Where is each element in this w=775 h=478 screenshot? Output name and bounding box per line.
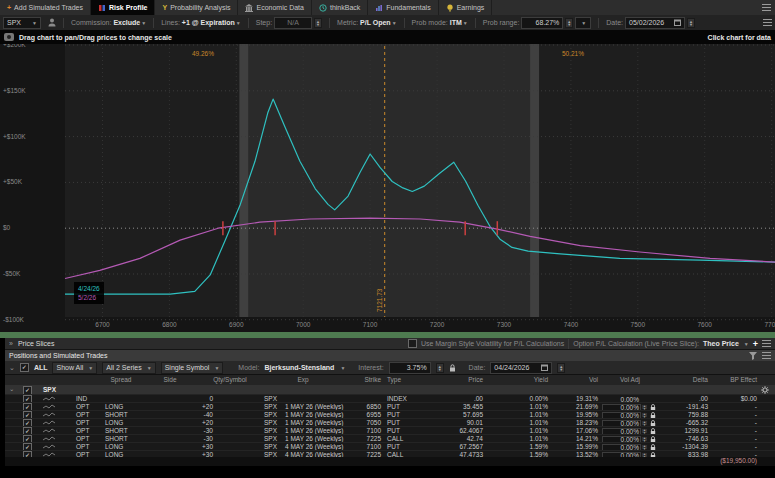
table-summary-row: ($19,950.00) (5, 457, 775, 466)
tab-probability-analysis[interactable]: Y Probability Analysis (155, 0, 238, 15)
svg-text:+$50K: +$50K (3, 178, 23, 185)
menu-icon[interactable] (763, 19, 772, 26)
symbol-input[interactable]: SPX ▼ (3, 17, 41, 29)
svg-text:7100: 7100 (363, 321, 378, 328)
tab-label: Add Simulated Trades (14, 4, 83, 11)
margin-volatility-checkbox[interactable] (408, 339, 417, 348)
chevron-down-icon: ▼ (392, 20, 397, 26)
gear-icon[interactable] (761, 386, 769, 394)
svg-text:7400: 7400 (564, 321, 579, 328)
header-price[interactable]: Price (423, 375, 483, 385)
show-all-dropdown[interactable]: Show All▼ (52, 362, 97, 374)
svg-text:49.26%: 49.26% (192, 50, 214, 57)
svg-text:7300: 7300 (497, 321, 512, 328)
chart-pan-hint: Drag chart to pan/Drag prices to change … (19, 34, 172, 41)
tab-fundamentals[interactable]: Fundamentals (368, 0, 438, 15)
tab-economic-data[interactable]: Economic Data (238, 0, 311, 15)
menu-icon[interactable] (762, 340, 771, 347)
divider (404, 18, 405, 28)
collapse-arrow-icon[interactable]: ⌄ (9, 385, 14, 393)
lock-icon[interactable] (449, 364, 456, 372)
metric-dropdown[interactable]: P/L Open (360, 19, 391, 26)
header-yield[interactable]: Yield (500, 375, 548, 385)
model-dropdown[interactable]: Bjerksund-Stensland (264, 364, 334, 371)
svg-text:7600: 7600 (697, 321, 712, 328)
tab-label: Economic Data (256, 4, 303, 11)
header-type[interactable]: Type (387, 375, 401, 385)
svg-text:+$200K: +$200K (3, 44, 26, 48)
svg-text:7200: 7200 (430, 321, 445, 328)
add-slice-button[interactable]: + (753, 339, 758, 349)
tab-thinkback[interactable]: thinkBack (312, 0, 368, 15)
step-input[interactable]: N/A (274, 17, 312, 29)
price-slices-title: Price Slices (18, 340, 55, 347)
risk-profile-chart[interactable]: 6700680069007000710072007300740075007600… (0, 44, 775, 332)
tab-label: Risk Profile (109, 4, 148, 11)
svg-text:7500: 7500 (631, 321, 646, 328)
stepper-icon[interactable]: ▲▼ (565, 18, 573, 28)
svg-text:7000: 7000 (296, 321, 311, 328)
prob-mode-label: Prob mode: (412, 19, 448, 26)
chevron-down-icon: ▼ (340, 365, 345, 371)
option-pl-calc-dropdown[interactable]: Theo Price (703, 340, 739, 347)
stepper-icon[interactable]: ▲▼ (436, 363, 444, 373)
positions-header-row: Positions and Simulated Trades (5, 350, 775, 361)
chevron-down-icon: ▼ (463, 20, 468, 26)
prob-mode-dropdown[interactable]: ITM (450, 19, 462, 26)
commission-dropdown[interactable]: Exclude (113, 19, 140, 26)
stepper-icon[interactable]: ▲▼ (557, 363, 565, 373)
positions-title: Positions and Simulated Trades (9, 352, 107, 359)
svg-text:6700: 6700 (95, 321, 110, 328)
lines-dropdown[interactable]: +1 @ Expiration (182, 19, 235, 26)
tab-risk-profile[interactable]: Risk Profile (91, 0, 156, 15)
tab-earnings[interactable]: Earnings (439, 0, 493, 15)
legend-expiration-date: 5/2/26 (78, 293, 100, 302)
expand-arrow-icon[interactable]: » (9, 340, 13, 347)
filter-icon[interactable] (749, 352, 757, 360)
table-header-row: Spread Side Qty/Symbol Exp Strike Type P… (5, 375, 775, 385)
camera-icon[interactable] (4, 33, 14, 41)
series-dropdown[interactable]: All 2 Series▼ (102, 362, 155, 374)
stepper-icon[interactable]: ▲▼ (687, 18, 695, 28)
date-input[interactable]: 05/02/2026 (625, 17, 685, 29)
divider (329, 18, 330, 28)
divider (475, 18, 476, 28)
stepper-icon[interactable]: ▲▼ (314, 18, 322, 28)
svg-text:$0: $0 (3, 224, 11, 231)
menu-icon[interactable] (762, 4, 771, 11)
svg-text:-$50K: -$50K (3, 270, 21, 277)
collapse-arrow-icon[interactable]: ⌄ (9, 364, 15, 372)
all-checkbox[interactable]: ✓ (20, 363, 29, 372)
header-strike[interactable]: Strike (321, 375, 381, 385)
header-vol-adj[interactable]: Vol Adj (595, 375, 640, 385)
symbol-value: SPX (7, 18, 21, 28)
user-icon[interactable] (48, 18, 56, 27)
header-delta[interactable]: Delta (655, 375, 708, 385)
svg-text:+$100K: +$100K (3, 133, 26, 140)
risk-profile-icon (98, 4, 106, 12)
earnings-icon (446, 4, 454, 12)
positions-date-input[interactable]: 04/24/2026 (490, 362, 552, 374)
symbol-group-row[interactable]: ⌄ ✓ SPX (5, 385, 775, 394)
tab-add-simulated-trades[interactable]: + Add Simulated Trades (0, 0, 91, 15)
interest-input[interactable]: 3.75% (389, 362, 431, 374)
header-bp-effect[interactable]: BP Effect (710, 375, 757, 385)
svg-text:7700: 7700 (764, 321, 775, 328)
thinkback-icon (319, 4, 327, 12)
calendar-icon (674, 19, 681, 26)
margin-volatility-label: Use Margin Style Volatility for P/L Calc… (421, 340, 564, 347)
positions-date-label: Date: (469, 364, 486, 371)
header-qty-symbol[interactable]: Qty/Symbol (185, 375, 275, 385)
all-label: ALL (34, 364, 48, 371)
chevron-down-icon: ▼ (236, 20, 241, 26)
divider (598, 18, 599, 28)
divider (63, 18, 64, 28)
calendar-icon (541, 364, 548, 371)
menu-icon[interactable] (762, 352, 771, 359)
prob-range-options-dropdown[interactable]: ▼ (575, 17, 591, 29)
plus-icon: + (7, 4, 11, 11)
header-vol[interactable]: Vol (553, 375, 598, 385)
chart-legend: 4/24/26 5/2/26 (74, 282, 104, 304)
prob-range-input[interactable]: 68.27% (521, 17, 563, 29)
single-symbol-dropdown[interactable]: Single Symbol▼ (161, 362, 224, 374)
